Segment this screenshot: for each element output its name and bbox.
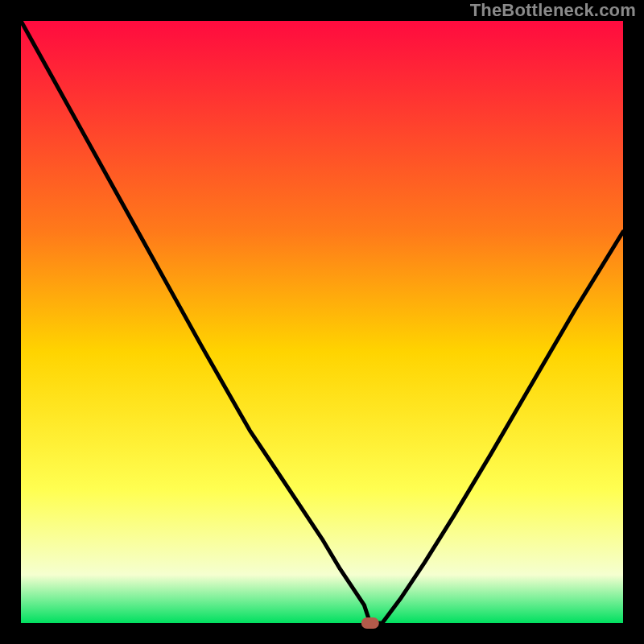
bottleneck-chart	[0, 0, 644, 644]
chart-container: TheBottleneck.com	[0, 0, 644, 644]
chart-plot-area	[21, 21, 623, 623]
watermark-text: TheBottleneck.com	[470, 0, 636, 21]
chart-marker	[361, 617, 379, 629]
